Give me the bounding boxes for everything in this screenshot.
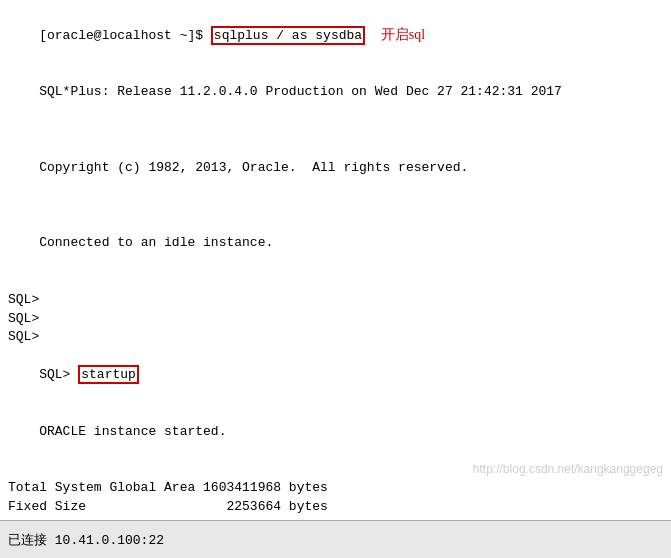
version-line: SQL*Plus: Release 11.2.0.4.0 Production … (8, 65, 663, 122)
fixed-size-line: Fixed Size 2253664 bytes (8, 498, 663, 517)
startup-line: SQL> startup (8, 347, 663, 404)
total-sys-line: Total System Global Area 1603411968 byte… (8, 479, 663, 498)
connected-line: Connected to an idle instance. (8, 215, 663, 272)
annotation-start-sql: 开启sql (381, 27, 425, 42)
shell-prompt: [oracle@localhost ~]$ (39, 28, 211, 43)
blank1 (8, 121, 663, 140)
oracle-started-line: ORACLE instance started. (8, 404, 663, 461)
sql-prompt-2: SQL> (8, 310, 663, 329)
startup-cmd: startup (81, 367, 136, 382)
startup-highlight: startup (78, 365, 139, 384)
sqlplus-command: sqlplus / as sysdba (214, 28, 362, 43)
sql-prompt-3: SQL> (8, 328, 663, 347)
terminal-window: [oracle@localhost ~]$ sqlplus / as sysdb… (0, 0, 671, 520)
prompt-line: [oracle@localhost ~]$ sqlplus / as sysdb… (8, 6, 663, 65)
copyright-line: Copyright (c) 1982, 2013, Oracle. All ri… (8, 140, 663, 197)
status-bar: 已连接 10.41.0.100:22 (0, 520, 671, 558)
blank3 (8, 272, 663, 291)
connection-status: 已连接 10.41.0.100:22 (8, 531, 164, 549)
sql-prompt-1: SQL> (8, 291, 663, 310)
sqlplus-command-highlight: sqlplus / as sysdba (211, 26, 365, 45)
watermark: http://blog.csdn.net/kangkanggegeg (473, 462, 663, 476)
blank2 (8, 196, 663, 215)
